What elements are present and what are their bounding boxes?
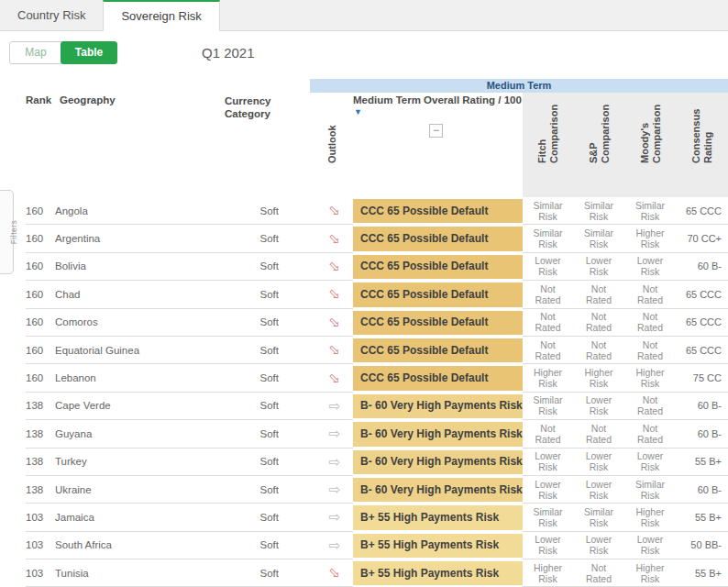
consensus-rating-cell[interactable]: 55 B+ (676, 449, 728, 476)
moodys-comparison-cell[interactable]: Not Rated (624, 420, 676, 448)
consensus-rating-cell[interactable]: 60 B- (676, 476, 728, 504)
rank-cell[interactable]: 160 (26, 197, 55, 225)
rank-cell[interactable]: 103 (26, 532, 55, 559)
map-toggle-button[interactable]: Map (9, 41, 62, 64)
fitch-comparison-cell[interactable]: Lower Risk (523, 449, 573, 476)
filters-side-tab[interactable]: Filters (0, 190, 14, 274)
medium-term-rating-cell[interactable]: CCC 65 Possible Default (353, 253, 523, 281)
fitch-comparison-cell[interactable]: Similar Risk (523, 393, 573, 420)
medium-term-rating-cell[interactable]: B- 60 Very High Payments Risk (353, 420, 523, 448)
consensus-rating-cell[interactable]: 55 B+ (676, 559, 728, 587)
currency-category-cell[interactable]: Soft (215, 420, 316, 448)
column-header-moodys-comparison[interactable]: Moody's Comparison (639, 99, 663, 163)
table-row[interactable]: 138 Turkey Soft ⇨ B- 60 Very High Paymen… (0, 449, 728, 476)
moodys-comparison-cell[interactable]: Higher Risk (624, 225, 676, 252)
medium-term-rating-cell[interactable]: B- 60 Very High Payments Risk (353, 393, 523, 420)
fitch-comparison-cell[interactable]: Not Rated (523, 281, 573, 308)
rank-cell[interactable]: 160 (26, 309, 55, 337)
table-row[interactable]: 160 Argentina Soft ⇨ CCC 65 Possible Def… (0, 225, 728, 252)
rank-cell[interactable]: 138 (26, 393, 55, 420)
tab-sovereign-risk[interactable]: Sovereign Risk (103, 0, 219, 31)
column-header-medium-term-rating[interactable]: Medium Term Overall Rating / 100 (353, 94, 522, 105)
table-row[interactable]: 138 Guyana Soft ⇨ B- 60 Very High Paymen… (0, 420, 728, 448)
medium-term-rating-cell[interactable]: B- 60 Very High Payments Risk (353, 449, 523, 476)
moodys-comparison-cell[interactable]: Not Rated (624, 309, 676, 337)
moodys-comparison-cell[interactable]: Similar Risk (624, 476, 676, 504)
rank-cell[interactable]: 138 (26, 476, 55, 504)
medium-term-rating-cell[interactable]: CCC 65 Possible Default (353, 337, 523, 364)
fitch-comparison-cell[interactable]: Similar Risk (523, 504, 573, 531)
consensus-rating-cell[interactable]: 65 CCC (676, 281, 728, 308)
outlook-cell[interactable]: ⇨ (316, 197, 353, 225)
currency-category-cell[interactable]: Soft (215, 281, 316, 308)
fitch-comparison-cell[interactable]: Not Rated (523, 309, 573, 337)
medium-term-rating-cell[interactable]: B+ 55 High Payments Risk (353, 504, 523, 531)
geography-cell[interactable]: Angola (55, 197, 215, 225)
geography-cell[interactable]: South Africa (55, 532, 215, 559)
sp-comparison-cell[interactable]: Lower Risk (573, 449, 624, 476)
medium-term-rating-cell[interactable]: B+ 55 High Payments Risk (353, 532, 523, 559)
moodys-comparison-cell[interactable]: Not Rated (624, 281, 676, 308)
consensus-rating-cell[interactable]: 60 B- (676, 393, 728, 420)
geography-cell[interactable]: Jamaica (55, 504, 215, 531)
rank-cell[interactable]: 103 (26, 559, 55, 587)
collapse-minus-icon[interactable]: − (429, 124, 443, 138)
sp-comparison-cell[interactable]: Not Rated (573, 309, 624, 337)
sp-comparison-cell[interactable]: Similar Risk (573, 225, 624, 252)
currency-category-cell[interactable]: Soft (215, 337, 316, 364)
currency-category-cell[interactable]: Soft (215, 559, 316, 587)
table-row[interactable]: 160 Angola Soft ⇨ CCC 65 Possible Defaul… (0, 197, 728, 225)
currency-category-cell[interactable]: Soft (215, 504, 316, 531)
outlook-cell[interactable]: ⇨ (316, 225, 353, 252)
consensus-rating-cell[interactable]: 60 B- (676, 420, 728, 448)
fitch-comparison-cell[interactable]: Lower Risk (523, 253, 573, 281)
medium-term-rating-cell[interactable]: B- 60 Very High Payments Risk (353, 476, 523, 504)
rank-cell[interactable]: 160 (26, 225, 55, 252)
geography-cell[interactable]: Bolivia (55, 253, 215, 281)
rank-cell[interactable]: 160 (26, 337, 55, 364)
consensus-rating-cell[interactable]: 65 CCC (676, 309, 728, 337)
currency-category-cell[interactable]: Soft (215, 393, 316, 420)
sort-descending-icon[interactable]: ▼ (354, 107, 362, 116)
fitch-comparison-cell[interactable]: Higher Risk (523, 559, 573, 587)
rank-cell[interactable]: 138 (26, 420, 55, 448)
sp-comparison-cell[interactable]: Not Rated (573, 281, 624, 308)
geography-cell[interactable]: Comoros (55, 309, 215, 337)
medium-term-rating-cell[interactable]: CCC 65 Possible Default (353, 281, 523, 308)
table-row[interactable]: 103 South Africa Soft ⇨ B+ 55 High Payme… (0, 532, 728, 559)
currency-category-cell[interactable]: Soft (215, 449, 316, 476)
column-header-fitch-comparison[interactable]: Fitch Comparison (536, 99, 560, 163)
table-row[interactable]: 160 Equatorial Guinea Soft ⇨ CCC 65 Poss… (0, 337, 728, 364)
moodys-comparison-cell[interactable]: Higher Risk (624, 364, 676, 392)
moodys-comparison-cell[interactable]: Similar Risk (624, 197, 676, 225)
fitch-comparison-cell[interactable]: Higher Risk (523, 364, 573, 392)
consensus-rating-cell[interactable]: 70 CC+ (676, 225, 728, 252)
moodys-comparison-cell[interactable]: Lower Risk (624, 253, 676, 281)
outlook-cell[interactable]: ⇨ (316, 559, 353, 587)
outlook-cell[interactable]: ⇨ (316, 309, 353, 337)
sp-comparison-cell[interactable]: Not Rated (573, 420, 624, 448)
outlook-cell[interactable]: ⇨ (316, 337, 353, 364)
sp-comparison-cell[interactable]: Not Rated (573, 559, 624, 587)
column-header-currency-category[interactable]: Currency Category (225, 94, 291, 120)
table-row[interactable]: 103 Jamaica Soft ⇨ B+ 55 High Payments R… (0, 504, 728, 531)
medium-term-rating-cell[interactable]: CCC 65 Possible Default (353, 225, 523, 252)
column-header-sp-comparison[interactable]: S&P Comparison (588, 99, 612, 163)
outlook-cell[interactable]: ⇨ (316, 420, 353, 448)
sp-comparison-cell[interactable]: Higher Risk (573, 364, 624, 392)
fitch-comparison-cell[interactable]: Not Rated (523, 337, 573, 364)
outlook-cell[interactable]: ⇨ (316, 393, 353, 420)
moodys-comparison-cell[interactable]: Lower Risk (624, 449, 676, 476)
rank-cell[interactable]: 160 (26, 364, 55, 392)
sp-comparison-cell[interactable]: Similar Risk (573, 504, 624, 531)
currency-category-cell[interactable]: Soft (215, 225, 316, 252)
fitch-comparison-cell[interactable]: Lower Risk (523, 532, 573, 559)
currency-category-cell[interactable]: Soft (215, 309, 316, 337)
table-row[interactable]: 160 Chad Soft ⇨ CCC 65 Possible Default … (0, 281, 728, 308)
currency-category-cell[interactable]: Soft (215, 253, 316, 281)
sp-comparison-cell[interactable]: Lower Risk (573, 393, 624, 420)
fitch-comparison-cell[interactable]: Lower Risk (523, 476, 573, 504)
outlook-cell[interactable]: ⇨ (316, 504, 353, 531)
geography-cell[interactable]: Equatorial Guinea (55, 337, 215, 364)
consensus-rating-cell[interactable]: 55 B+ (676, 504, 728, 531)
